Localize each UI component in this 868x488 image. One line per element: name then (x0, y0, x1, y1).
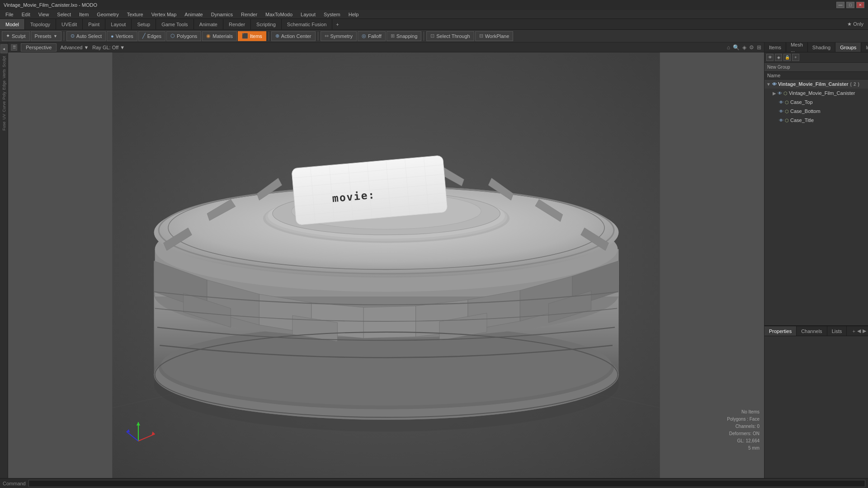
tab-topology[interactable]: Topology (25, 19, 56, 29)
rp-tab-items[interactable]: Items (764, 42, 786, 52)
menu-animate[interactable]: Animate (181, 11, 206, 18)
rp-icon-plus[interactable]: + (792, 54, 799, 61)
viewport-home-icon[interactable]: ⌂ (727, 44, 730, 51)
falloff-button[interactable]: ◎ Falloff (358, 31, 386, 41)
items-button[interactable]: ⬛ Items (238, 31, 266, 41)
tree-item-casebottom[interactable]: 👁 ⬡ Case_Bottom (764, 107, 868, 116)
sidebar-item-fuse[interactable]: Fuse (2, 121, 6, 131)
tab-scripting[interactable]: Scripting (251, 19, 282, 29)
new-group-button[interactable]: New Group (767, 65, 790, 70)
tab-paint[interactable]: Paint (83, 19, 105, 29)
menu-help[interactable]: Help (345, 11, 363, 18)
canister-mesh-icon: ⬡ (783, 91, 788, 96)
sidebar-item-sculpt[interactable]: Sculpt (2, 55, 6, 68)
sidebar-item-poly[interactable]: Poly (2, 91, 6, 101)
edges-button[interactable]: ╱ Edges (138, 31, 165, 41)
action-center-button[interactable]: ⊕ Action Center (271, 31, 316, 41)
symmetry-icon: ⇔ (325, 33, 329, 39)
viewport-zoom-icon[interactable]: 🔍 (733, 44, 740, 51)
select-through-button[interactable]: ⊡ Select Through (426, 31, 474, 41)
viewport-menu-icon[interactable]: ☰ (11, 44, 17, 51)
tree-item-casetop[interactable]: 👁 ⬡ Case_Top (764, 98, 868, 107)
add-tab-button[interactable]: + (332, 19, 342, 29)
sidebar-item-uv[interactable]: UV (2, 113, 6, 121)
rp-icon-eye[interactable]: 👁 (766, 54, 774, 61)
tree-root-arrow-icon: ▼ (766, 82, 771, 87)
sidebar-item-verts[interactable]: Verts (2, 68, 6, 80)
tab-model[interactable]: Model (0, 19, 25, 29)
presets-button[interactable]: Presets ▼ (31, 31, 61, 41)
left-sidebar: ◄ Sculpt Verts Edge Poly Curve UV Fuse ⚙ (0, 42, 8, 488)
sidebar-item-curve[interactable]: Curve (2, 100, 6, 113)
rp-tab-images[interactable]: Images (861, 42, 868, 52)
tab-animate[interactable]: Animate (194, 19, 223, 29)
rp-tab-shading[interactable]: Shading (808, 42, 835, 52)
snapping-button[interactable]: ⊞ Snapping (387, 31, 422, 41)
tree-item-canister[interactable]: ▶ 👁 ⬡ Vintage_Movie_Film_Canister (764, 89, 868, 98)
menu-render[interactable]: Render (237, 11, 261, 18)
command-input[interactable] (28, 480, 865, 487)
menu-vertexmap[interactable]: Vertex Map (148, 11, 180, 18)
bottom-add-icon[interactable]: + (853, 328, 855, 334)
viewport-canvas[interactable]: movie: (8, 52, 764, 479)
menu-item[interactable]: Item (75, 11, 92, 18)
star-only-toggle[interactable]: ★ Only (843, 19, 868, 29)
autoselect-icon: ⊙ (71, 33, 75, 39)
rp-icon-render[interactable]: ◈ (775, 54, 782, 61)
tree-root-item[interactable]: ▼ 👁 Vintage_Movie_Film_Canister ( 2 ) (764, 80, 868, 89)
sculpt-button[interactable]: ✦ Sculpt (2, 31, 30, 41)
snapping-icon: ⊞ (391, 33, 395, 39)
tab-render[interactable]: Render (223, 19, 251, 29)
items-icon: ⬛ (242, 33, 248, 39)
select-through-icon: ⊡ (430, 33, 434, 39)
menu-select[interactable]: Select (53, 11, 75, 18)
tab-uvedit[interactable]: UVEdit (56, 19, 83, 29)
bottom-expand-right-icon[interactable]: ▶ (863, 328, 866, 334)
materials-button[interactable]: ◉ Materials (202, 31, 237, 41)
viewport-scene-svg: movie: (8, 52, 764, 479)
tab-setup[interactable]: Setup (132, 19, 156, 29)
workplane-button[interactable]: ⊟ WorkPlane (475, 31, 514, 41)
bottom-tab-lists[interactable]: Lists (827, 326, 847, 336)
tab-layout[interactable]: Layout (105, 19, 132, 29)
menu-geometry[interactable]: Geometry (93, 11, 122, 18)
menu-dynamics[interactable]: Dynamics (208, 11, 236, 18)
advanced-dropdown[interactable]: Advanced ▼ (60, 45, 89, 50)
bottom-tab-channels[interactable]: Channels (797, 326, 827, 336)
close-button[interactable]: ✕ (856, 2, 864, 8)
root-eye-icon: 👁 (772, 82, 777, 87)
rp-tab-groups[interactable]: Groups (835, 42, 861, 52)
bottom-tab-properties[interactable]: Properties (764, 326, 797, 336)
viewport-settings-icon[interactable]: ⚙ (749, 44, 754, 51)
mode-tabs-bar: Model Topology UVEdit Paint Layout Setup… (0, 19, 868, 30)
perspective-tab[interactable]: Perspective (21, 43, 57, 52)
maximize-button[interactable]: □ (846, 2, 854, 8)
menu-system[interactable]: System (320, 11, 344, 18)
vertices-button[interactable]: ● Vertices (107, 31, 137, 41)
ray-gl-dropdown[interactable]: Ray GL: Off ▼ (92, 45, 125, 50)
sidebar-collapse-button[interactable]: ◄ (0, 44, 8, 53)
tab-schematic[interactable]: Schematic Fusion (282, 19, 332, 29)
viewport-render-icon[interactable]: ◈ (742, 44, 746, 51)
tree-item-casetitle[interactable]: 👁 ⬡ Case_Title (764, 116, 868, 125)
bottom-expand-left-icon[interactable]: ◀ (857, 328, 861, 334)
falloff-icon: ◎ (362, 33, 366, 39)
minimize-button[interactable]: — (836, 2, 844, 8)
menu-file[interactable]: File (2, 11, 17, 18)
autoselect-button[interactable]: ⊙ Auto Select (66, 31, 106, 41)
tab-gametools[interactable]: Game Tools (156, 19, 194, 29)
polygons-button[interactable]: ⬡ Polygons (166, 31, 201, 41)
symmetry-button[interactable]: ⇔ Symmetry (321, 31, 357, 41)
menu-layout[interactable]: Layout (297, 11, 319, 18)
rp-icon-lock[interactable]: 🔒 (783, 54, 791, 61)
menu-maxtomodo[interactable]: MaxToModo (262, 11, 296, 18)
viewport-expand-icon[interactable]: ⊞ (757, 44, 761, 51)
rp-tab-mesh[interactable]: Mesh ... (786, 42, 808, 52)
canister-arrow-icon: ▶ (773, 91, 776, 96)
sidebar-item-edge[interactable]: Edge (2, 80, 6, 91)
polygons-icon: ⬡ (170, 33, 175, 39)
menu-view[interactable]: View (35, 11, 53, 18)
main-layout: ◄ Sculpt Verts Edge Poly Curve UV Fuse ⚙… (0, 42, 868, 488)
menu-texture[interactable]: Texture (123, 11, 147, 18)
menu-edit[interactable]: Edit (18, 11, 34, 18)
